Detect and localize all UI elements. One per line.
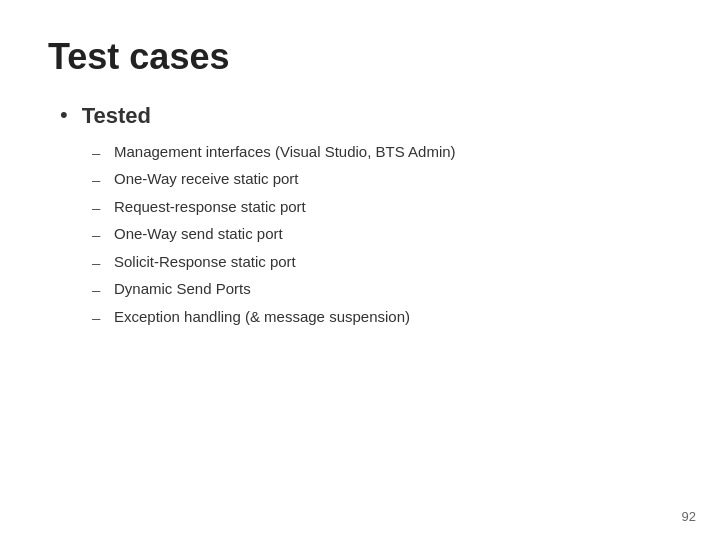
sub-item-text: Dynamic Send Ports (114, 278, 251, 301)
list-item: – One-Way receive static port (92, 168, 672, 192)
dash-icon: – (92, 224, 104, 247)
list-item: – Management interfaces (Visual Studio, … (92, 141, 672, 165)
sub-item-text: Request-response static port (114, 196, 306, 219)
list-item: – One-Way send static port (92, 223, 672, 247)
bullet-dot: • (60, 104, 68, 126)
slide: Test cases • Tested – Management interfa… (0, 0, 720, 540)
dash-icon: – (92, 252, 104, 275)
dash-icon: – (92, 307, 104, 330)
bullet-label: Tested (82, 102, 151, 131)
dash-icon: – (92, 142, 104, 165)
bullet-item: • Tested (60, 102, 672, 131)
dash-icon: – (92, 279, 104, 302)
page-title: Test cases (48, 36, 672, 78)
dash-icon: – (92, 169, 104, 192)
sub-item-text: Solicit-Response static port (114, 251, 296, 274)
bullet-section: • Tested – Management interfaces (Visual… (60, 102, 672, 329)
sub-item-text: Management interfaces (Visual Studio, BT… (114, 141, 456, 164)
sub-item-text: One-Way receive static port (114, 168, 299, 191)
list-item: – Dynamic Send Ports (92, 278, 672, 302)
list-item: – Exception handling (& message suspensi… (92, 306, 672, 330)
list-item: – Solicit-Response static port (92, 251, 672, 275)
sub-item-text: Exception handling (& message suspension… (114, 306, 410, 329)
sub-item-text: One-Way send static port (114, 223, 283, 246)
sub-list: – Management interfaces (Visual Studio, … (92, 141, 672, 330)
list-item: – Request-response static port (92, 196, 672, 220)
dash-icon: – (92, 197, 104, 220)
slide-number: 92 (682, 509, 696, 524)
